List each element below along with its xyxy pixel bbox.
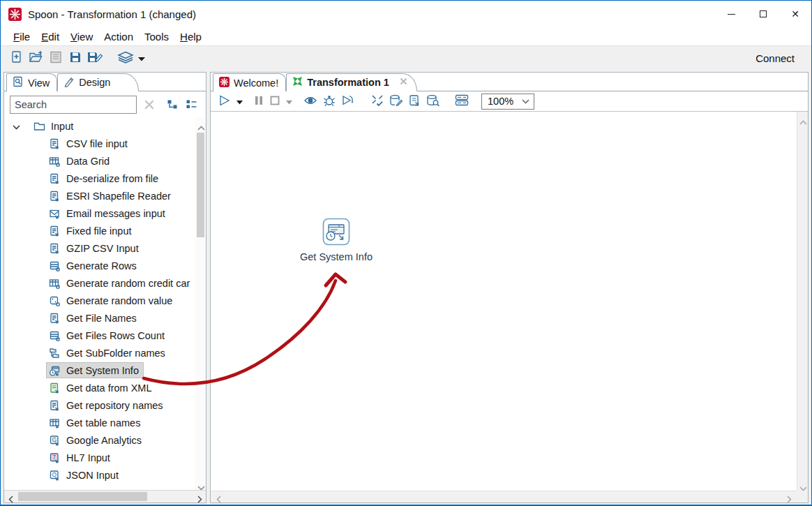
scroll-down-icon[interactable] (197, 482, 204, 486)
replay-button[interactable] (338, 93, 357, 110)
caret-down-icon (138, 52, 145, 64)
svg-text:7: 7 (52, 454, 56, 461)
tree-item-label: Get data from XML (66, 382, 152, 394)
search-input[interactable] (10, 96, 137, 114)
tree-item-data-grid[interactable]: Data Grid (4, 152, 206, 170)
new-file-button[interactable] (8, 49, 26, 67)
tree-item-generate-random-value[interactable]: Generate random value (4, 292, 206, 309)
tree-folder-input[interactable]: Input (4, 117, 206, 135)
tree-item-get-repository-names[interactable]: Get repository names (4, 396, 206, 414)
generate-random-value-icon (48, 295, 60, 306)
minimize-button[interactable] (715, 1, 747, 27)
scroll-right-icon[interactable] (197, 494, 202, 500)
perspectives-dropdown-button[interactable] (136, 49, 147, 67)
stop-icon (269, 95, 280, 108)
verify-button[interactable] (368, 93, 386, 110)
show-results-panel-icon (455, 94, 469, 108)
close-button[interactable]: ✕ (779, 1, 811, 27)
explore-repository-button (47, 49, 65, 67)
connect-button[interactable]: Connect (755, 52, 804, 64)
tree-item-email-messages-input[interactable]: Email messages input (4, 204, 206, 222)
scroll-left-icon[interactable] (216, 494, 220, 500)
google-analytics-icon: G (48, 434, 60, 446)
tree-item-get-system-info[interactable]: Get System Info (4, 362, 206, 379)
tree-item-get-table-names[interactable]: Get table names (4, 414, 206, 431)
pause-icon (254, 95, 264, 108)
minimize-icon (728, 14, 735, 15)
open-file-button[interactable] (27, 49, 45, 67)
tree-item-label: Data Grid (66, 156, 110, 167)
save-button[interactable] (66, 49, 84, 67)
tree-item-de-serialize-from-file[interactable]: De-serialize from file (4, 170, 206, 187)
tab-design[interactable]: Design (57, 73, 139, 91)
window-controls: ✕ (715, 1, 811, 27)
collapse-all-icon[interactable] (186, 99, 197, 110)
scroll-up-icon[interactable] (799, 116, 806, 120)
impact-button[interactable] (386, 93, 405, 110)
menu-action[interactable]: Action (98, 29, 139, 45)
main-area: ViewDesign Input CSV file input Data Gri… (1, 70, 811, 505)
pause-button[interactable] (251, 93, 266, 110)
tree-item-google-analytics[interactable]: G Google Analytics (4, 431, 206, 449)
tree-item-gzip-csv-input[interactable]: GZIP CSV Input (4, 239, 206, 257)
chevron-down-icon[interactable] (13, 121, 22, 132)
tree-item-label: CSV file input (66, 138, 128, 149)
menu-file[interactable]: File (8, 29, 36, 45)
tree-item-hl7-input[interactable]: 7 HL7 Input (4, 449, 206, 466)
scroll-left-icon[interactable] (8, 494, 13, 500)
stop-button[interactable] (266, 93, 283, 110)
canvas-step-label: Get System Info (278, 251, 395, 262)
open-folder-icon (29, 50, 44, 66)
canvas-step-get-system-info[interactable] (322, 218, 350, 246)
run-options-button[interactable] (234, 93, 246, 110)
tab-welcome[interactable]: Welcome! (213, 73, 286, 91)
tab-label: Welcome! (234, 77, 278, 89)
debug-button[interactable] (320, 93, 338, 110)
tree-item-csv-file-input[interactable]: CSV file input (4, 135, 206, 152)
run-button[interactable] (216, 93, 234, 110)
tree-item-generate-random-credit-car[interactable]: Generate random credit car (4, 274, 206, 292)
main-toolbar: Connect (1, 45, 811, 70)
menu-help[interactable]: Help (174, 29, 207, 45)
stop-options-button[interactable] (283, 93, 295, 110)
tree-item-label: Generate random credit car (66, 278, 190, 289)
tree-item-fixed-file-input[interactable]: Fixed file input (4, 222, 206, 239)
clear-search-icon[interactable] (144, 99, 155, 110)
scroll-right-icon[interactable] (787, 494, 791, 500)
tab-view[interactable]: View (6, 73, 57, 91)
tree-vertical-scrollbar[interactable] (195, 117, 206, 490)
menu-view[interactable]: View (65, 29, 98, 45)
tree-item-generate-rows[interactable]: Generate Rows (4, 257, 206, 274)
maximize-button[interactable] (747, 1, 779, 27)
expand-all-icon[interactable] (167, 99, 179, 110)
title-bar: Spoon - Transformation 1 (changed) ✕ (1, 1, 811, 27)
canvas-vertical-scrollbar[interactable] (797, 112, 808, 491)
sql-button[interactable] (405, 93, 423, 110)
menu-tools[interactable]: Tools (139, 29, 174, 45)
canvas-horizontal-scrollbar[interactable] (211, 491, 797, 503)
tab-transformation-1[interactable]: Transformation 1 (286, 73, 417, 91)
zoom-select[interactable]: 100% (481, 94, 534, 110)
perspectives-button[interactable] (116, 49, 135, 67)
tree-item-get-files-rows-count[interactable]: Get Files Rows Count (4, 327, 206, 344)
preview-button[interactable] (301, 93, 320, 110)
tree-horizontal-scrollbar[interactable] (4, 490, 206, 503)
tree-scroll-thumb[interactable] (197, 133, 204, 237)
get-subfolder-names-icon (48, 347, 60, 359)
generate-sql-icon (408, 94, 421, 109)
tree-item-esri-shapefile-reader[interactable]: ESRI Shapefile Reader (4, 187, 206, 204)
tree-hscroll-thumb[interactable] (18, 492, 147, 501)
steps-palette-panel: ViewDesign Input CSV file input Data Gri… (3, 72, 206, 503)
tree-item-get-data-from-xml[interactable]: Get data from XML (4, 379, 206, 396)
scroll-down-icon[interactable] (799, 482, 806, 486)
transformation-canvas[interactable]: Get System Info (211, 112, 808, 503)
save-as-button[interactable] (86, 49, 104, 67)
show-results-button[interactable] (452, 93, 472, 110)
tree-item-get-subfolder-names[interactable]: Get SubFolder names (4, 344, 206, 362)
tree-item-json-input[interactable]: O JSON Input (4, 466, 206, 484)
close-tab-icon[interactable] (399, 77, 408, 88)
scroll-up-icon[interactable] (197, 121, 204, 126)
menu-edit[interactable]: Edit (36, 29, 65, 45)
tree-item-get-file-names[interactable]: Get File Names (4, 309, 206, 327)
explore-database-button[interactable] (423, 93, 442, 110)
